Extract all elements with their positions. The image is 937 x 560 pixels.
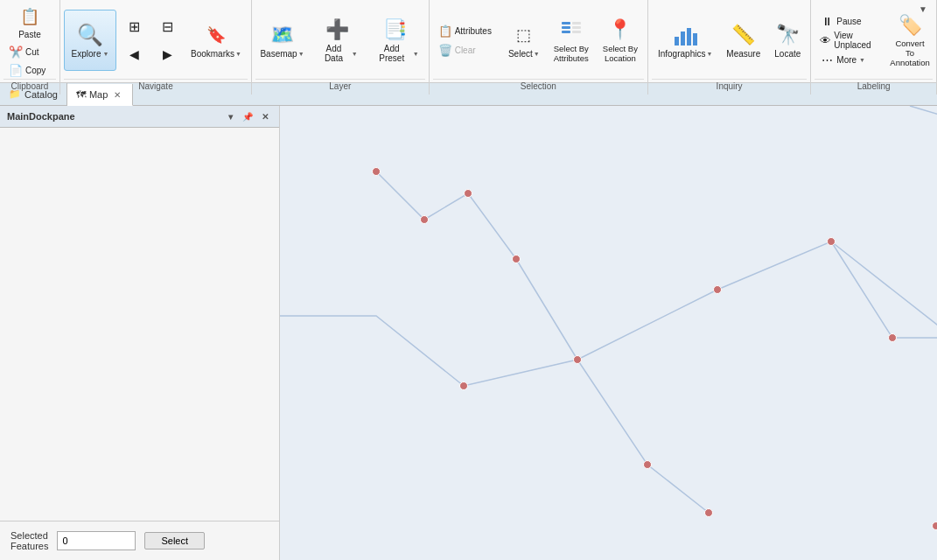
svg-point-29	[889, 334, 897, 342]
sidebar-header: MainDockpane ▾ 📌 ✕	[0, 106, 279, 128]
copy-button[interactable]: 📄 Copy	[3, 61, 56, 79]
svg-rect-0	[562, 22, 570, 24]
more-label: More	[836, 55, 857, 65]
navigate-back-icon: ◀	[129, 47, 139, 61]
select-features-button[interactable]: Select	[144, 532, 205, 550]
svg-point-11	[421, 216, 429, 224]
locate-button[interactable]: 🔭 Locate	[768, 14, 807, 66]
ribbon-group-clipboard: 📋 Paste ✂️ Cut 📄 Copy Clipboard	[0, 0, 60, 94]
map-expand-button[interactable]: ▼	[916, 2, 930, 16]
navigate-back-btn[interactable]: ◀	[118, 41, 150, 67]
explore-label: Explore	[72, 49, 101, 59]
pause-button[interactable]: ⏸ Pause	[815, 12, 885, 30]
labeling-items: ⏸ Pause 👁 View Unplaced ⋯ More ▼ 🏷️	[815, 2, 933, 79]
infographics-icon	[673, 23, 697, 47]
more-icon: ⋯	[820, 52, 834, 66]
attributes-label: Attributes	[455, 26, 492, 36]
bookmarks-dropdown: ▼	[235, 51, 241, 57]
basemap-button[interactable]: 🗺️ Basemap ▼	[255, 14, 309, 66]
select-by-loc-icon: 📍	[608, 18, 633, 42]
sidebar-content	[0, 128, 279, 521]
selected-features-input[interactable]	[57, 531, 136, 550]
measure-label: Measure	[726, 49, 760, 59]
sidebar-pin-btn[interactable]: 📌	[241, 109, 255, 123]
sidebar-controls: ▾ 📌 ✕	[223, 109, 272, 123]
navigate-grid2-btn[interactable]: ⊟	[151, 13, 183, 39]
main-area: MainDockpane ▾ 📌 ✕ SelectedFeatures Sele…	[0, 106, 937, 560]
select-by-attributes-button[interactable]: Select ByAttributes	[548, 14, 595, 66]
copy-icon: 📄	[9, 63, 23, 77]
svg-point-16	[705, 509, 713, 517]
paste-button[interactable]: 📋 Paste	[3, 2, 56, 42]
select-dropdown: ▼	[534, 51, 540, 57]
locate-icon: 🔭	[775, 23, 800, 47]
attributes-button[interactable]: 📋 Attributes	[433, 22, 497, 39]
map-tab-close[interactable]: ✕	[111, 89, 123, 101]
svg-point-10	[373, 168, 381, 176]
sidebar: MainDockpane ▾ 📌 ✕ SelectedFeatures Sele…	[0, 106, 280, 560]
pause-icon: ⏸	[820, 14, 834, 28]
svg-rect-5	[572, 31, 581, 33]
add-preset-icon: 📑	[383, 18, 408, 42]
navigate-grid2-icon: ⊟	[162, 18, 173, 35]
add-data-icon: ➕	[325, 18, 349, 42]
svg-rect-1	[562, 26, 570, 29]
svg-rect-9	[693, 33, 697, 46]
svg-point-25	[933, 522, 938, 530]
more-button[interactable]: ⋯ More ▼	[815, 51, 885, 68]
navigate-forward-btn[interactable]: ▶	[151, 41, 183, 67]
selection-group-label: Selection	[433, 79, 644, 93]
measure-icon: 📏	[731, 23, 756, 47]
cut-button[interactable]: ✂️ Cut	[3, 43, 56, 60]
clipboard-items: 📋 Paste ✂️ Cut 📄 Copy	[3, 2, 56, 79]
ribbon-group-navigate: 🔍 Explore ▼ ⊞ ⊟	[60, 0, 252, 94]
measure-button[interactable]: 📏 Measure	[720, 14, 766, 66]
ribbon-groups: 📋 Paste ✂️ Cut 📄 Copy Clipboard	[0, 0, 937, 94]
ribbon-group-inquiry: Infographics ▼ 📏 Measure 🔭 Locate Inquir…	[648, 0, 811, 94]
convert-annotation-label: Convert ToAnnotation	[890, 38, 929, 67]
view-unplaced-label: View Unplaced	[834, 31, 880, 50]
clear-button[interactable]: 🗑️ Clear	[433, 41, 497, 59]
select-button[interactable]: ⬚ Select ▼	[502, 14, 546, 66]
paste-icon: 📋	[17, 4, 42, 29]
navigate-forward-icon: ▶	[163, 47, 172, 61]
navigate-grid-icon: ⊞	[129, 18, 140, 35]
view-unplaced-button[interactable]: 👁 View Unplaced	[815, 32, 885, 49]
map-svg	[280, 106, 937, 560]
convert-to-annotation-button[interactable]: 🏷️ Convert ToAnnotation	[887, 14, 933, 66]
bookmarks-icon: 🔖	[204, 23, 228, 47]
bookmarks-button[interactable]: 🔖 Bookmarks ▼	[185, 14, 248, 66]
select-label: Select	[508, 49, 533, 59]
basemap-dropdown: ▼	[298, 51, 304, 57]
navigate-grid-btn[interactable]: ⊞	[118, 13, 150, 39]
select-by-location-button[interactable]: 📍 Select ByLocation	[597, 14, 644, 66]
selection-items: 📋 Attributes 🗑️ Clear ⬚ Select ▼	[433, 2, 644, 79]
navigate-items: 🔍 Explore ▼ ⊞ ⊟	[64, 2, 248, 79]
basemap-label: Basemap	[260, 49, 297, 59]
navigate-sub-col: ⊞ ⊟ ◀ ▶	[118, 13, 183, 67]
basemap-icon: 🗺️	[270, 23, 295, 47]
svg-rect-7	[681, 32, 685, 46]
labeling-group-label: Labeling	[815, 79, 933, 93]
ribbon: 📋 Paste ✂️ Cut 📄 Copy Clipboard	[0, 0, 937, 83]
add-preset-label: Add Preset	[372, 44, 412, 63]
cut-label: Cut	[25, 47, 39, 57]
clipboard-col: 📋 Paste ✂️ Cut 📄 Copy	[3, 2, 56, 79]
add-preset-button[interactable]: 📑 Add Preset ▼	[366, 14, 425, 66]
ribbon-group-layer: 🗺️ Basemap ▼ ➕ Add Data ▼ 📑	[252, 0, 430, 94]
layer-items: 🗺️ Basemap ▼ ➕ Add Data ▼ 📑	[255, 2, 425, 79]
svg-point-14	[574, 356, 582, 364]
sidebar-dropdown-btn[interactable]: ▾	[223, 109, 237, 123]
map-tab-label: Map	[89, 89, 108, 100]
infographics-dropdown: ▼	[706, 51, 712, 57]
sidebar-close-btn[interactable]: ✕	[258, 109, 272, 123]
add-data-button[interactable]: ➕ Add Data ▼	[311, 14, 364, 66]
infographics-label: Infographics	[658, 49, 705, 59]
tab-map[interactable]: 🗺 Map ✕	[67, 84, 133, 106]
svg-point-12	[465, 190, 472, 198]
cut-icon: ✂️	[9, 45, 23, 59]
paste-label: Paste	[18, 30, 41, 39]
explore-button[interactable]: 🔍 Explore ▼	[64, 10, 116, 71]
infographics-button[interactable]: Infographics ▼	[652, 14, 718, 66]
svg-rect-8	[687, 28, 691, 46]
